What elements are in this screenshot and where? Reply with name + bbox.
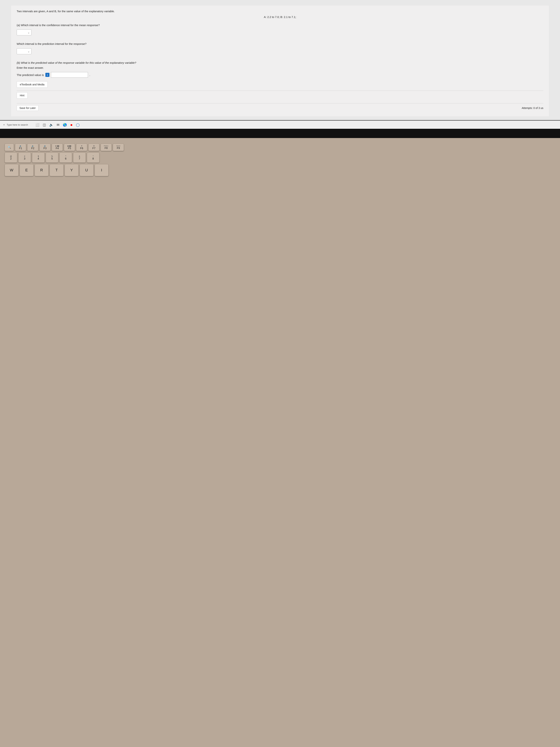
key-f4[interactable]: ►▮▮ F4 [52,144,63,151]
key-f3-bottom: F3 [44,147,47,150]
key-e-label: E [25,168,28,172]
key-u[interactable]: U [80,164,94,176]
key-f3[interactable]: 🔊 F3 [39,144,51,151]
key-f2[interactable]: 🔉 F2 [27,144,38,151]
predicted-value-row: The predicted value is i . [17,72,543,78]
key-search[interactable]: 🔍 [5,144,14,151]
key-2-bottom: 2 [10,157,12,160]
key-w[interactable]: W [5,164,19,176]
part-b-block: (b) What is the predicted value of the r… [17,61,543,78]
key-3[interactable]: # 3 [18,153,31,163]
divider [17,91,543,91]
taskbar-icons: ⬜ ◫ 🔈 ✉ 🌎 ● ◯ [35,123,80,127]
key-t[interactable]: T [50,164,63,176]
key-f8[interactable]: PrtScn F8 [101,144,112,151]
key-3-top: # [24,155,25,157]
key-y[interactable]: Y [64,164,79,176]
key-8-top: * [93,155,94,157]
predicted-value-label: The predicted value is [17,73,44,77]
key-2-top: @ [10,155,12,157]
key-f2-bottom: F2 [31,147,34,150]
fn-row: 🔍 🔈 F1 🔉 F2 🔊 F3 ►▮▮ F4 ▶▮▮ F5 ✦ F6 ❊ F7 [4,144,556,151]
key-e[interactable]: E [20,164,33,176]
key-3-bottom: 3 [24,157,25,160]
key-7-top: & [79,155,80,157]
key-2[interactable]: @ 2 [5,153,17,163]
part-b-question: (b) What is the predicted value of the r… [17,61,543,65]
key-6-top: ^ [65,155,66,157]
key-f9[interactable]: Home F9 [113,144,124,151]
taskbar-icon-mail[interactable]: ✉ [57,123,59,127]
key-u-label: U [85,168,88,172]
taskbar-icon-dot[interactable]: ● [70,123,73,127]
key-t-label: T [55,168,58,172]
key-8-bottom: 8 [92,157,94,160]
key-f1[interactable]: 🔈 F1 [15,144,26,151]
part-a-q2-block: Which interval is the prediction interva… [17,42,543,57]
key-4-top: $ [38,155,39,157]
key-f9-bottom: F9 [117,147,120,149]
key-f8-bottom: F8 [105,147,108,149]
chevron-down-icon-2: ⌄ [28,50,30,53]
part-a-q1-block: (a) Which interval is the confidence int… [17,23,543,38]
hint-container: Hint [17,92,543,101]
keyboard-area: 🔍 🔈 F1 🔉 F2 🔊 F3 ►▮▮ F4 ▶▮▮ F5 ✦ F6 ❊ F7 [0,138,560,747]
part-a-q2-label: Which interval is the prediction interva… [17,42,543,46]
key-7-bottom: 7 [79,157,80,160]
key-w-label: W [10,168,14,172]
letter-row: W E R T Y U I [4,164,556,176]
search-icon: ⚬ [3,123,5,127]
search-key-icon: 🔍 [8,146,11,149]
key-f7-bottom: F7 [92,147,96,150]
etextbook-container: eTextbook and Media [17,81,543,89]
key-y-label: Y [70,168,73,172]
save-button[interactable]: Save for Later [17,105,38,111]
key-5-bottom: 5 [51,157,53,160]
key-6[interactable]: ^ 6 [59,153,72,163]
taskbar-icon-monitor[interactable]: ◫ [43,123,46,127]
taskbar-icon-edge[interactable]: ◯ [76,123,80,127]
problem-text: Two intervals are given, A and B, for th… [17,9,543,14]
taskbar-search[interactable]: ⚬ Type here to search [3,123,28,127]
key-f5-bottom: F5 [68,147,71,150]
taskbar: ⚬ Type here to search ⬜ ◫ 🔈 ✉ 🌎 ● ◯ [0,121,560,129]
key-7[interactable]: & 7 [73,153,86,163]
key-f6-bottom: F6 [80,147,83,150]
hint-button[interactable]: Hint [17,92,28,99]
taskbar-icon-web1[interactable]: 🌎 [63,123,67,127]
part-a-q1-label: (a) Which interval is the confidence int… [17,23,543,27]
interval-values: A: 2.2 to 7.0; B: 2.1 to 7.1; [17,16,543,19]
info-icon[interactable]: i [45,73,49,77]
search-text: Type here to search [7,123,28,126]
key-i[interactable]: I [95,164,108,176]
key-4-bottom: 4 [37,157,39,160]
key-f4-bottom: F4 [56,147,59,150]
content-area: Two intervals are given, A and B, for th… [11,5,549,117]
key-f6[interactable]: ✦ F6 [76,144,87,151]
key-r[interactable]: R [35,164,49,176]
key-f1-bottom: F1 [19,147,22,150]
screen: Two intervals are given, A and B, for th… [0,0,560,121]
taskbar-icon-speaker[interactable]: 🔈 [49,123,53,127]
key-f7[interactable]: ❊ F7 [88,144,100,151]
etextbook-button[interactable]: eTextbook and Media [17,81,48,87]
bezel [0,129,560,138]
key-i-label: I [101,168,102,172]
key-5-top: % [51,155,53,157]
dropdown-confidence[interactable]: ⌄ [17,29,31,35]
taskbar-icon-windows[interactable]: ⬜ [35,123,39,127]
key-6-bottom: 6 [65,157,66,160]
key-4[interactable]: $ 4 [32,153,45,163]
enter-exact-label: Enter the exact answer. [17,66,543,69]
number-row: @ 2 # 3 $ 4 % 5 ^ 6 & 7 * 8 [4,153,556,163]
dropdown-prediction[interactable]: ⌄ [17,48,31,54]
key-r-label: R [40,168,43,172]
chevron-down-icon-1: ⌄ [28,31,30,34]
period: . [89,73,90,77]
key-f5[interactable]: ▶▮▮ F5 [64,144,75,151]
bottom-row: Save for Later Attempts: 0 of 3 us [17,105,543,111]
attempts-text: Attempts: 0 of 3 us [522,106,543,109]
key-8[interactable]: * 8 [87,153,100,163]
key-5[interactable]: % 5 [46,153,58,163]
predicted-value-input[interactable] [51,72,88,78]
